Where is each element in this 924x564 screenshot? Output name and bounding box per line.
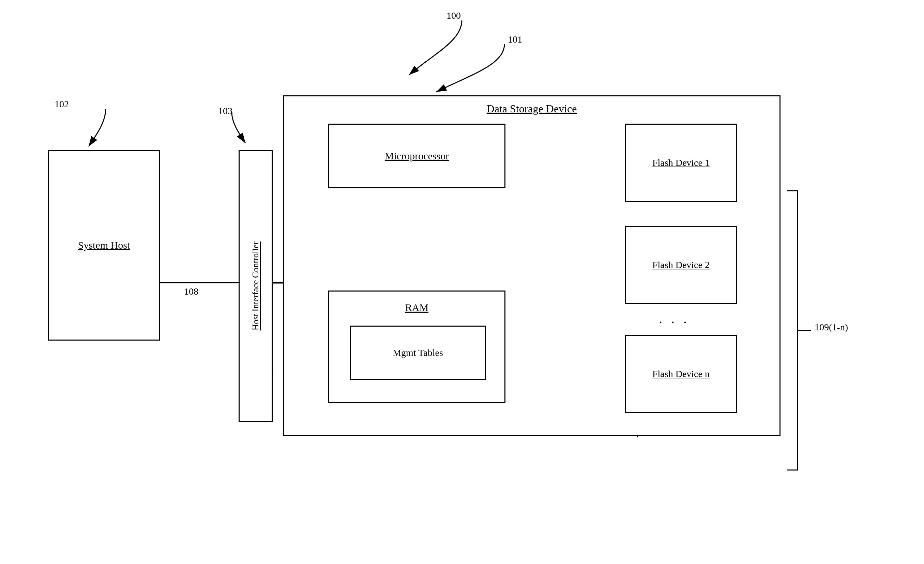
- system-host-box: System Host: [48, 150, 160, 341]
- ref-100-label: 100: [447, 10, 461, 21]
- ref-101-label: 101: [508, 34, 522, 45]
- flash-device-1-box: Flash Device 1: [625, 124, 737, 202]
- data-storage-device-label: Data Storage Device: [487, 103, 577, 115]
- host-interface-controller-label: Host Interface Controller: [249, 241, 262, 331]
- flash-device-2-label: Flash Device 2: [652, 258, 710, 272]
- ref-102-label: 102: [54, 99, 69, 110]
- host-interface-controller-box: Host Interface Controller: [238, 150, 273, 422]
- ref-103-label: 103: [218, 106, 232, 117]
- ref-109-label: 109(1-n): [814, 322, 848, 333]
- ref-108-label: 108: [184, 286, 198, 297]
- system-host-label: System Host: [78, 239, 130, 251]
- microprocessor-box: Microprocessor: [328, 124, 506, 188]
- flash-device-dots: · · ·: [659, 314, 690, 331]
- diagram-container: 100 101 102 103 104 105 106 107 108 109(…: [0, 0, 924, 564]
- flash-device-2-box: Flash Device 2: [625, 226, 737, 304]
- data-storage-device-box: Data Storage Device Microprocessor Mgmt …: [283, 95, 780, 436]
- flash-device-n-box: Flash Device n: [625, 335, 737, 413]
- microprocessor-label: Microprocessor: [385, 150, 449, 162]
- flash-device-n-label: Flash Device n: [652, 367, 710, 381]
- mgmt-tables-label: Mgmt Tables: [393, 347, 443, 358]
- ram-label: RAM: [405, 302, 428, 313]
- ram-outer-box: Mgmt Tables RAM: [328, 290, 506, 403]
- flash-device-1-label: Flash Device 1: [652, 156, 710, 170]
- mgmt-tables-box: Mgmt Tables: [350, 326, 486, 380]
